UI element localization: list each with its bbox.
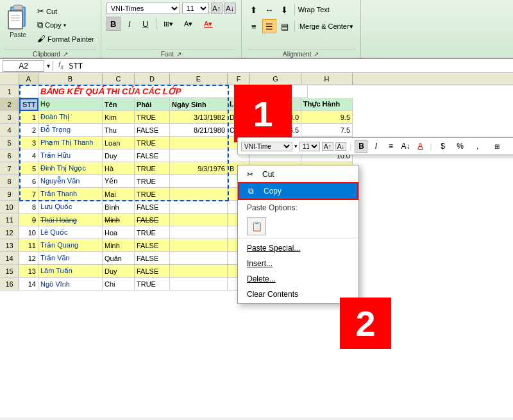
cell[interactable]: Loan <box>103 137 135 149</box>
cell-b2[interactable]: Họ <box>38 98 103 111</box>
cell[interactable]: 8/21/1980 <box>170 124 228 137</box>
cell[interactable]: FALSE <box>135 124 170 137</box>
cell[interactable]: Duy <box>103 265 135 278</box>
cell[interactable]: Quân <box>103 252 135 265</box>
cell[interactable] <box>170 137 228 149</box>
cell[interactable]: TRUE <box>135 226 170 239</box>
cell[interactable] <box>170 239 228 252</box>
mini-increase-btn[interactable]: A↑ <box>322 142 333 151</box>
cell[interactable]: FALSE <box>135 214 170 226</box>
mini-fill-btn[interactable]: A↓ <box>399 140 412 153</box>
cell[interactable]: Trần Văn <box>38 252 103 265</box>
cell[interactable]: 3/13/1982 <box>170 111 228 124</box>
cell[interactable]: Yến <box>103 175 135 188</box>
align-left-button[interactable]: ≡ <box>247 19 261 33</box>
cell-a2[interactable]: STT <box>19 98 38 111</box>
cell[interactable]: Kim <box>103 111 135 124</box>
mini-size-select[interactable]: 11 <box>299 142 320 151</box>
cell-a1[interactable] <box>19 85 38 98</box>
cell[interactable]: FALSE <box>135 252 170 265</box>
italic-button[interactable]: I <box>122 17 137 31</box>
cell[interactable]: Thu <box>103 124 135 137</box>
cell[interactable]: Hoa <box>103 226 135 239</box>
dropdown-arrow-icon[interactable]: ▾ <box>47 62 50 69</box>
cell[interactable]: Duy <box>103 149 135 162</box>
bold-button[interactable]: B <box>106 17 121 31</box>
format-painter-button[interactable]: 🖌 Format Painter <box>35 33 97 45</box>
cell-e2[interactable]: Ngày Sinh <box>170 98 228 111</box>
mini-increase-decimal-btn[interactable]: .0+ <box>509 140 513 153</box>
cell[interactable]: 4 <box>19 149 38 162</box>
cell[interactable] <box>170 188 228 201</box>
align-top-button[interactable]: ⬆ <box>247 3 261 17</box>
cell[interactable]: 7 <box>19 188 38 201</box>
fill-color-button[interactable]: A▾ <box>180 17 198 31</box>
mini-align-btn[interactable]: ≡ <box>384 140 397 153</box>
cell[interactable]: Đỗ Trọng <box>38 124 103 137</box>
col-header-f[interactable]: F <box>228 73 250 85</box>
cell[interactable]: 12 <box>19 252 38 265</box>
ctx-paste-special[interactable]: Paste Special... <box>238 240 358 256</box>
cell[interactable]: 14 <box>19 278 38 290</box>
cell[interactable]: Trần Hữu <box>38 149 103 162</box>
col-header-d[interactable]: D <box>135 73 170 85</box>
font-size-select[interactable]: 11 <box>182 3 209 14</box>
mini-number-format-btn[interactable]: ⊞ <box>487 140 507 153</box>
cell[interactable]: 6 <box>19 175 38 188</box>
cell-h2[interactable]: Thực Hành <box>301 98 353 111</box>
col-header-c[interactable]: C <box>103 73 135 85</box>
align-middle-button[interactable]: ↔ <box>262 3 276 17</box>
cell[interactable]: Thái Hoàng <box>38 214 103 226</box>
name-box[interactable] <box>3 60 44 72</box>
font-name-select[interactable]: VNI-Times <box>106 3 180 14</box>
mini-dollar-btn[interactable]: $ <box>435 140 451 153</box>
cell[interactable]: Phạm Thị Thanh <box>38 137 103 149</box>
cell[interactable] <box>170 149 228 162</box>
cell[interactable]: TRUE <box>135 137 170 149</box>
mini-comma-btn[interactable]: , <box>470 140 485 153</box>
cell[interactable]: TRUE <box>135 162 170 175</box>
cell[interactable]: Lâm Tuấn <box>38 265 103 278</box>
cell[interactable]: 8 <box>19 201 38 214</box>
col-header-b[interactable]: B <box>38 73 103 85</box>
cell[interactable]: 7.5 <box>301 124 353 137</box>
mini-italic-btn[interactable]: I <box>369 140 382 153</box>
cell[interactable]: Đinh Thị Ngọc <box>38 162 103 175</box>
mini-bold-btn[interactable]: B <box>355 140 367 153</box>
col-header-h[interactable]: H <box>301 73 353 85</box>
mini-font-color-btn[interactable]: A <box>414 140 426 153</box>
col-header-e[interactable]: E <box>170 73 228 85</box>
cell[interactable]: Bình <box>103 201 135 214</box>
cell[interactable]: Mai <box>103 188 135 201</box>
cell[interactable]: Lê Quốc <box>38 226 103 239</box>
cell[interactable]: 5 <box>19 162 38 175</box>
underline-button[interactable]: U <box>139 17 153 31</box>
cell[interactable]: TRUE <box>135 188 170 201</box>
cell-c2[interactable]: Tên <box>103 98 135 111</box>
cell[interactable]: 9/3/1976 <box>170 162 228 175</box>
ctx-delete[interactable]: Delete... <box>238 271 358 287</box>
cell[interactable]: 9.5 <box>301 111 353 124</box>
cell[interactable] <box>170 265 228 278</box>
mini-font-select[interactable]: VNI-Time <box>241 142 292 151</box>
wrap-text-button[interactable]: Wrap Text <box>298 3 355 17</box>
cell-d2[interactable]: Phái <box>135 98 170 111</box>
align-center-button[interactable]: ☰ <box>262 19 276 33</box>
paste-button[interactable]: Paste <box>4 3 32 40</box>
cell[interactable]: Đoàn Thị <box>38 111 103 124</box>
cell[interactable]: FALSE <box>135 201 170 214</box>
cell[interactable]: Chi <box>103 278 135 290</box>
cell[interactable] <box>170 252 228 265</box>
cell[interactable]: Trần Quang <box>38 239 103 252</box>
cut-button[interactable]: ✂ Cut <box>35 5 97 17</box>
cell[interactable] <box>170 201 228 214</box>
cell[interactable]: TRUE <box>135 175 170 188</box>
border-button[interactable]: ⊞▾ <box>160 17 178 31</box>
ctx-copy[interactable]: ⧉ Copy <box>238 182 358 200</box>
cell[interactable]: Minh <box>103 239 135 252</box>
cell[interactable]: FALSE <box>135 239 170 252</box>
copy-button[interactable]: ⧉ Copy ▾ <box>35 19 97 31</box>
align-right-button[interactable]: ▤ <box>278 19 292 33</box>
mini-percent-btn[interactable]: % <box>453 140 468 153</box>
ctx-insert[interactable]: Insert... <box>238 256 358 271</box>
